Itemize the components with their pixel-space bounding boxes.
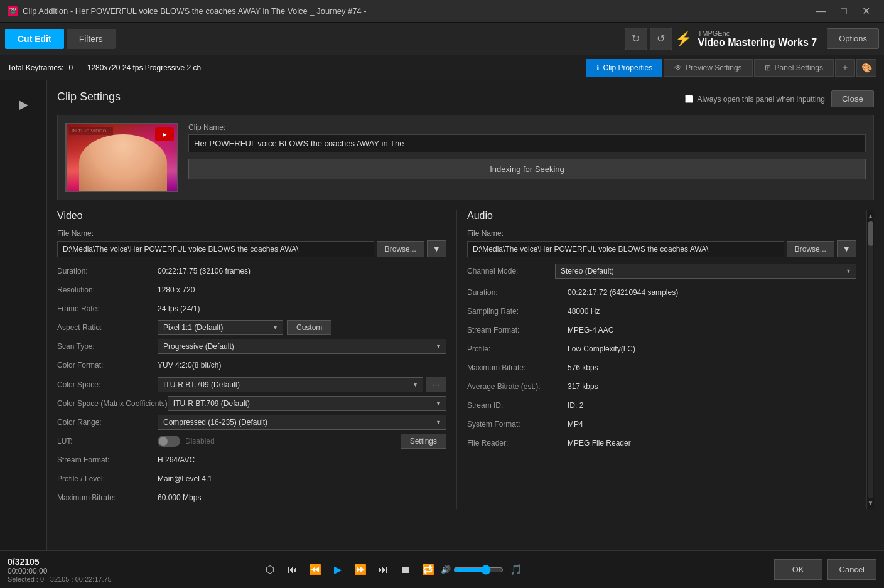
audio-file-row: Browse... ▼ bbox=[467, 240, 856, 257]
step-back-button[interactable]: ⏪ bbox=[305, 560, 325, 580]
color-space-matrix-select[interactable]: ITU-R BT.709 (Default) bbox=[168, 396, 446, 411]
video-framerate-value: 24 fps (24/1) bbox=[158, 304, 200, 313]
color-format-value: YUV 4:2:0(8 bit/ch) bbox=[158, 361, 221, 370]
audio-file-input[interactable] bbox=[467, 241, 784, 257]
video-browse-dropdown[interactable]: ▼ bbox=[427, 240, 446, 257]
audio-stream-format-row: Stream Format: MPEG-4 AAC bbox=[467, 323, 856, 338]
tab-clip-properties[interactable]: ℹ Clip Properties bbox=[586, 59, 663, 77]
video-framerate-row: Frame Rate: 24 fps (24/1) bbox=[57, 301, 446, 316]
lut-toggle[interactable] bbox=[158, 436, 180, 447]
scroll-up-arrow[interactable]: ▲ bbox=[866, 211, 875, 221]
clip-settings-header: Clip Settings Always open this panel whe… bbox=[57, 90, 874, 107]
color-format-label: Color Format: bbox=[57, 361, 158, 370]
title-bar: 🎬 Clip Addition - Her POWERFUL voice BLO… bbox=[0, 0, 884, 23]
mark-in-button[interactable]: ⬡ bbox=[260, 560, 280, 580]
keyframes-value: 0 bbox=[68, 63, 73, 72]
clip-settings-close-button[interactable]: Close bbox=[831, 90, 874, 107]
system-format-value: MP4 bbox=[568, 420, 583, 429]
sidebar-icon-1: ▶ bbox=[19, 97, 28, 112]
minimize-button[interactable]: — bbox=[809, 3, 832, 19]
main-content: ▶ Clip Settings Always open this panel w… bbox=[0, 80, 884, 550]
rewind-button[interactable]: ⏮ bbox=[283, 560, 303, 580]
scan-type-select[interactable]: Progressive (Default) bbox=[158, 339, 446, 354]
brand-area: ⚡ TMPGEnc Video Mastering Works 7 bbox=[675, 29, 817, 48]
clip-settings-title: Clip Settings bbox=[57, 90, 121, 104]
clip-thumbnail: IN THIS VIDEO... ▶ bbox=[65, 123, 178, 192]
two-column-layout: Video File Name: Browse... ▼ Duration: 0… bbox=[57, 210, 874, 509]
info-icon: ℹ bbox=[596, 63, 600, 72]
stream-id-value: ID: 2 bbox=[568, 401, 583, 410]
audio-settings-button[interactable]: 🎵 bbox=[506, 560, 526, 580]
aspect-ratio-select[interactable]: Pixel 1:1 (Default) bbox=[158, 320, 283, 335]
file-reader-label: File Reader: bbox=[467, 439, 568, 447]
sampling-rate-value: 48000 Hz bbox=[568, 307, 600, 316]
scroll-thumb[interactable] bbox=[868, 221, 873, 246]
filters-button[interactable]: Filters bbox=[67, 29, 116, 49]
color-space-select[interactable]: ITU-R BT.709 (Default) bbox=[158, 377, 423, 392]
always-open-label[interactable]: Always open this panel when inputting bbox=[685, 95, 824, 104]
tab-panel-settings[interactable]: ⊞ Panel Settings bbox=[754, 59, 834, 77]
clip-name-input[interactable] bbox=[188, 134, 866, 152]
indexing-button[interactable]: Indexing for Seeking bbox=[188, 159, 866, 179]
color-range-dropdown-wrapper: Compressed (16-235) (Default) bbox=[158, 415, 446, 430]
color-format-row: Color Format: YUV 4:2:0(8 bit/ch) bbox=[57, 358, 446, 373]
color-space-matrix-row: Color Space (Matrix Coefficients) ITU-R … bbox=[57, 396, 446, 411]
volume-slider[interactable] bbox=[453, 565, 504, 575]
scroll-track[interactable] bbox=[868, 221, 873, 498]
audio-browse-button[interactable]: Browse... bbox=[787, 241, 834, 257]
right-scrollbar[interactable]: ▲ ▼ bbox=[866, 210, 874, 509]
step-forward-button[interactable]: ⏩ bbox=[350, 560, 370, 580]
audio-file-name-group: File Name: Browse... ▼ bbox=[467, 229, 856, 257]
stream-format-value: H.264/AVC bbox=[158, 456, 195, 464]
audio-browse-dropdown[interactable]: ▼ bbox=[837, 240, 856, 257]
aspect-ratio-custom-button[interactable]: Custom bbox=[287, 320, 332, 335]
scroll-down-arrow[interactable]: ▼ bbox=[866, 498, 875, 508]
video-resolution-label: Resolution: bbox=[57, 286, 158, 294]
tab-preview-settings[interactable]: 👁 Preview Settings bbox=[664, 59, 752, 77]
clip-name-inputs: Clip Name: Indexing for Seeking bbox=[188, 123, 866, 179]
stop-button[interactable]: ⏹ bbox=[396, 560, 416, 580]
cancel-button[interactable]: Cancel bbox=[827, 559, 876, 580]
fast-forward-button[interactable]: ⏭ bbox=[373, 560, 393, 580]
channel-mode-select[interactable]: Stereo (Default) bbox=[555, 264, 856, 279]
sidebar-item-1[interactable]: ▶ bbox=[4, 85, 42, 123]
close-button[interactable]: ✕ bbox=[856, 3, 876, 19]
left-sidebar: ▶ bbox=[0, 80, 47, 550]
main-toolbar: Cut Edit Filters ↻ ↺ ⚡ TMPGEnc Video Mas… bbox=[0, 23, 884, 55]
audio-duration-row: Duration: 00:22:17.72 (64210944 samples) bbox=[467, 285, 856, 300]
video-browse-button[interactable]: Browse... bbox=[377, 241, 424, 257]
color-range-select[interactable]: Compressed (16-235) (Default) bbox=[158, 415, 446, 430]
color-range-label: Color Range: bbox=[57, 418, 158, 427]
aspect-ratio-dropdown-wrapper: Pixel 1:1 (Default) bbox=[158, 320, 283, 335]
refresh-button[interactable]: ↻ bbox=[625, 28, 647, 50]
lut-settings-button[interactable]: Settings bbox=[401, 434, 446, 449]
play-button[interactable]: ▶ bbox=[328, 560, 348, 580]
maximize-button[interactable]: □ bbox=[834, 3, 853, 19]
video-duration-row: Duration: 00:22:17.75 (32106 frames) bbox=[57, 264, 446, 279]
cut-edit-button[interactable]: Cut Edit bbox=[5, 29, 64, 49]
system-format-row: System Format: MP4 bbox=[467, 417, 856, 432]
sampling-rate-label: Sampling Rate: bbox=[467, 307, 568, 316]
video-file-input[interactable] bbox=[57, 241, 374, 257]
stream-format-row: Stream Format: H.264/AVC bbox=[57, 452, 446, 468]
profile-row: Profile / Level: Main@Level 4.1 bbox=[57, 471, 446, 486]
brand-product: Video Mastering Works 7 bbox=[698, 37, 817, 48]
frame-info-group: 0/32105 00:00:00.00 Selected : 0 - 32105… bbox=[8, 557, 133, 583]
options-button[interactable]: Options bbox=[827, 28, 879, 49]
brand-name: TMPGEnc bbox=[698, 29, 817, 37]
clip-settings-options: Always open this panel when inputting Cl… bbox=[685, 90, 874, 107]
avg-bitrate-row: Average Bitrate (est.): 317 kbps bbox=[467, 379, 856, 394]
audio-file-label: File Name: bbox=[467, 229, 856, 238]
aspect-ratio-row: Aspect Ratio: Pixel 1:1 (Default) Custom bbox=[57, 320, 446, 335]
redo-button[interactable]: ↺ bbox=[650, 28, 672, 50]
loop-button[interactable]: 🔁 bbox=[418, 560, 438, 580]
file-reader-value: MPEG File Reader bbox=[568, 439, 631, 447]
time-display: 00:00:00.00 bbox=[8, 567, 133, 575]
ok-button[interactable]: OK bbox=[774, 559, 822, 580]
palette-button[interactable]: 🎨 bbox=[856, 59, 876, 77]
color-space-dots-button[interactable]: ··· bbox=[426, 377, 446, 392]
audio-stream-format-label: Stream Format: bbox=[467, 326, 568, 334]
always-open-checkbox[interactable] bbox=[685, 95, 693, 103]
preview-icon: 👁 bbox=[674, 63, 682, 72]
add-tab-button[interactable]: ＋ bbox=[835, 59, 855, 77]
